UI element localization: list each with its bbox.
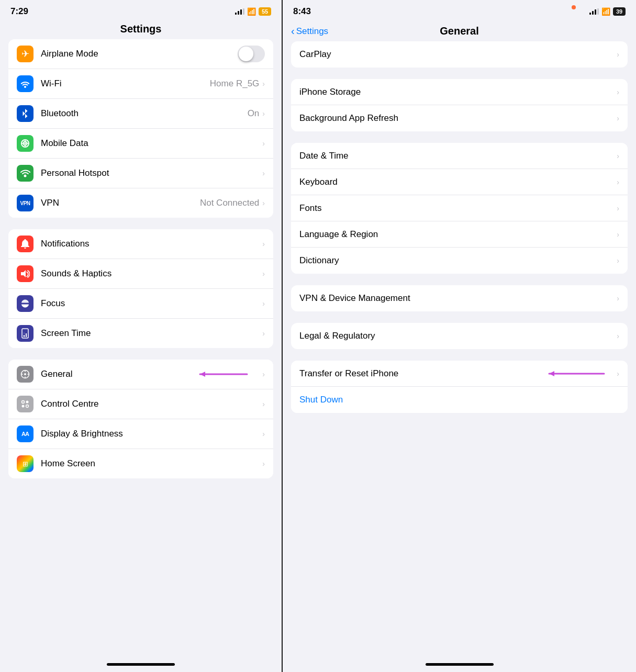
notification-dot xyxy=(572,5,576,9)
vpn-chevron: › xyxy=(262,199,265,207)
iphone-storage-row[interactable]: iPhone Storage › xyxy=(291,79,628,105)
carplay-label: CarPlay xyxy=(299,49,617,60)
left-settings-scroll[interactable]: ✈ Airplane Mode Wi-Fi Home R_5G › xyxy=(0,39,282,659)
screen-time-label: Screen Time xyxy=(41,328,262,339)
mobile-data-icon xyxy=(17,135,34,152)
svg-point-20 xyxy=(26,405,29,408)
dictionary-label: Dictionary xyxy=(299,255,617,266)
bluetooth-label: Bluetooth xyxy=(41,108,248,119)
general-chevron: › xyxy=(262,370,265,378)
svg-rect-9 xyxy=(24,333,25,333)
datetime-group: Date & Time › Keyboard › Fonts › Languag… xyxy=(291,143,628,274)
mobile-data-row[interactable]: Mobile Data › xyxy=(8,129,273,159)
home-screen-row[interactable]: ⊞ Home Screen › xyxy=(8,449,273,478)
right-wifi-icon: 📶 xyxy=(601,7,610,16)
transfer-reset-chevron: › xyxy=(617,369,619,378)
focus-chevron: › xyxy=(262,299,265,308)
right-home-pill xyxy=(426,663,494,666)
right-time: 8:43 xyxy=(293,6,311,17)
right-settings-scroll[interactable]: CarPlay › iPhone Storage › Background Ap… xyxy=(283,41,636,659)
notifications-label: Notifications xyxy=(41,239,262,249)
airplane-mode-toggle[interactable] xyxy=(238,46,265,62)
fonts-row[interactable]: Fonts › xyxy=(291,195,628,221)
bluetooth-row[interactable]: Bluetooth On › xyxy=(8,99,273,129)
wifi-chevron: › xyxy=(262,80,265,88)
sounds-haptics-label: Sounds & Haptics xyxy=(41,268,262,279)
wifi-icon: 📶 xyxy=(247,7,256,16)
svg-point-21 xyxy=(22,401,25,404)
background-app-refresh-chevron: › xyxy=(617,114,619,122)
background-app-refresh-label: Background App Refresh xyxy=(299,113,617,124)
transfer-reset-label: Transfer or Reset iPhone xyxy=(299,368,617,379)
vpn-device-row[interactable]: VPN & Device Management › xyxy=(291,285,628,311)
notifications-icon xyxy=(17,236,34,252)
wifi-row[interactable]: Wi-Fi Home R_5G › xyxy=(8,69,273,99)
personal-hotspot-row[interactable]: Personal Hotspot › xyxy=(8,159,273,188)
background-app-refresh-row[interactable]: Background App Refresh › xyxy=(291,105,628,131)
shut-down-row[interactable]: Shut Down xyxy=(291,387,628,413)
keyboard-row[interactable]: Keyboard › xyxy=(291,169,628,195)
personal-hotspot-chevron: › xyxy=(262,169,265,177)
display-brightness-row[interactable]: AA Display & Brightness › xyxy=(8,419,273,449)
control-centre-icon xyxy=(17,396,34,412)
personal-hotspot-label: Personal Hotspot xyxy=(41,168,262,178)
back-button[interactable]: ‹ Settings xyxy=(291,25,328,37)
legal-regulatory-chevron: › xyxy=(617,332,619,340)
back-arrow: ‹ xyxy=(291,25,295,37)
left-time: 7:29 xyxy=(10,6,28,17)
fonts-label: Fonts xyxy=(299,203,617,214)
svg-marker-5 xyxy=(21,270,26,277)
carplay-row[interactable]: CarPlay › xyxy=(291,41,628,68)
dictionary-chevron: › xyxy=(617,256,619,265)
keyboard-label: Keyboard xyxy=(299,177,617,187)
notifications-row[interactable]: Notifications › xyxy=(8,229,273,259)
vpn-device-chevron: › xyxy=(617,294,619,303)
date-time-chevron: › xyxy=(617,152,619,160)
svg-rect-7 xyxy=(24,335,25,337)
screen-time-icon xyxy=(17,325,34,342)
airplane-mode-icon: ✈ xyxy=(17,46,34,62)
right-page-title: General xyxy=(440,25,478,37)
focus-row[interactable]: Focus › xyxy=(8,289,273,319)
display-brightness-chevron: › xyxy=(262,430,265,438)
sounds-haptics-row[interactable]: Sounds & Haptics › xyxy=(8,259,273,289)
focus-label: Focus xyxy=(41,298,262,309)
notifications-group: Notifications › Sounds & Haptics › xyxy=(8,229,273,348)
left-status-icons: 📶 55 xyxy=(235,7,271,16)
vpn-icon: VPN xyxy=(17,195,34,211)
vpn-row[interactable]: VPN VPN Not Connected › xyxy=(8,188,273,218)
legal-regulatory-row[interactable]: Legal & Regulatory › xyxy=(291,323,628,349)
focus-icon xyxy=(17,295,34,312)
vpn-device-label: VPN & Device Management xyxy=(299,293,617,304)
language-region-chevron: › xyxy=(617,230,619,239)
right-signal-icon xyxy=(589,8,599,15)
right-status-icons: 📶 39 xyxy=(589,7,626,16)
dictionary-row[interactable]: Dictionary › xyxy=(291,248,628,274)
screen-time-row[interactable]: Screen Time › xyxy=(8,319,273,348)
left-title: Settings xyxy=(120,23,162,35)
language-region-row[interactable]: Language & Region › xyxy=(291,221,628,248)
svg-point-11 xyxy=(24,373,26,375)
display-brightness-icon: AA xyxy=(17,425,34,442)
airplane-mode-label: Airplane Mode xyxy=(41,49,238,59)
mobile-data-chevron: › xyxy=(262,139,265,148)
transfer-group: Transfer or Reset iPhone › Shut Down xyxy=(291,361,628,413)
airplane-mode-row[interactable]: ✈ Airplane Mode xyxy=(8,39,273,69)
right-home-bar xyxy=(283,659,636,672)
control-centre-row[interactable]: Control Centre › xyxy=(8,389,273,419)
storage-group: iPhone Storage › Background App Refresh … xyxy=(291,79,628,131)
transfer-reset-row[interactable]: Transfer or Reset iPhone › xyxy=(291,361,628,387)
general-icon xyxy=(17,366,34,383)
bluetooth-value: On xyxy=(248,108,260,119)
right-nav: ‹ Settings General xyxy=(283,21,636,41)
general-row[interactable]: General › xyxy=(8,360,273,389)
date-time-row[interactable]: Date & Time › xyxy=(291,143,628,169)
svg-rect-8 xyxy=(26,333,27,337)
vpn-label: VPN xyxy=(41,198,200,208)
legal-group: Legal & Regulatory › xyxy=(291,323,628,349)
carplay-group: CarPlay › xyxy=(291,41,628,68)
legal-regulatory-label: Legal & Regulatory xyxy=(299,331,617,341)
control-centre-label: Control Centre xyxy=(41,399,262,409)
right-panel: 8:43 📶 39 ‹ Settings General CarPlay › xyxy=(283,0,636,672)
left-home-pill xyxy=(107,663,175,666)
